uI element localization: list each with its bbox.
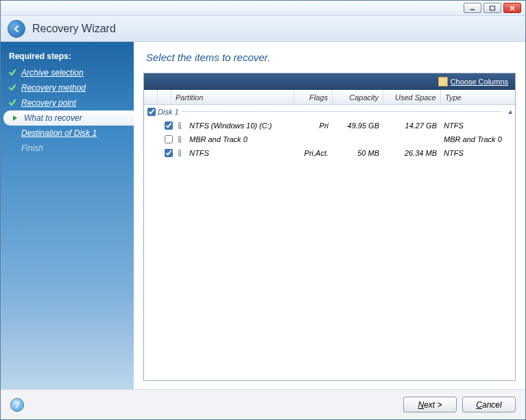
- main-panel: Select the items to recover. Choose Colu…: [134, 42, 525, 389]
- col-flags[interactable]: Flags: [294, 90, 333, 104]
- sidebar: Required steps: Archive selection Recove…: [1, 42, 134, 389]
- step-recovery-point[interactable]: Recovery point: [1, 95, 134, 110]
- col-capacity[interactable]: Capacity: [333, 90, 383, 104]
- collapse-icon[interactable]: ▴: [505, 107, 515, 116]
- choose-columns-link[interactable]: Choose Columns: [451, 78, 508, 86]
- col-type[interactable]: Type: [441, 90, 515, 104]
- sidebar-heading: Required steps:: [1, 49, 134, 65]
- check-icon: [8, 69, 17, 77]
- row-partition: MBR and Track 0: [185, 135, 294, 143]
- arrow-right-icon: [10, 114, 20, 122]
- check-icon: [8, 84, 17, 92]
- step-label: Recovery method: [21, 83, 86, 93]
- maximize-button[interactable]: [483, 3, 501, 13]
- step-finish: Finish: [1, 141, 134, 156]
- header: Recovery Wizard: [1, 16, 525, 42]
- row-used: 26.34 MB: [383, 149, 441, 157]
- row-checkbox[interactable]: [165, 121, 173, 130]
- check-icon: [8, 99, 17, 107]
- page-title: Select the items to recover.: [143, 51, 516, 63]
- cancel-button[interactable]: Cancel: [462, 397, 516, 412]
- step-archive-selection[interactable]: Archive selection: [1, 65, 134, 80]
- row-used: 14.27 GB: [383, 121, 441, 130]
- table-row[interactable]: NTFS Pri,Act. 50 MB 26.34 MB NTFS: [144, 146, 515, 160]
- cancel-label: Cancel: [476, 400, 501, 410]
- step-label: Recovery point: [21, 98, 76, 108]
- step-destination[interactable]: Destination of Disk 1: [1, 126, 134, 141]
- next-button[interactable]: Next >: [403, 397, 457, 412]
- help-button[interactable]: ?: [10, 398, 24, 412]
- step-recovery-method[interactable]: Recovery method: [1, 80, 134, 95]
- list-body: Disk 1 ▴ NTFS (Windows 10) (C:) Pri 49.9…: [144, 105, 515, 380]
- partition-list: Choose Columns Partition Flags Capacity …: [143, 73, 516, 381]
- row-capacity: 50 MB: [333, 149, 383, 157]
- row-type: NTFS: [441, 121, 515, 130]
- wizard-title: Recovery Wizard: [32, 23, 116, 35]
- back-button[interactable]: [8, 20, 25, 38]
- footer-buttons: Next > Cancel: [403, 397, 516, 412]
- table-row[interactable]: MBR and Track 0 MBR and Track 0: [144, 132, 515, 146]
- svg-rect-1: [490, 6, 495, 10]
- next-label: Next >: [418, 400, 442, 410]
- row-type: NTFS: [441, 149, 515, 157]
- row-type: MBR and Track 0: [441, 135, 515, 143]
- row-flags: Pri: [294, 121, 333, 130]
- close-button[interactable]: [503, 3, 521, 13]
- columns-icon: [438, 77, 448, 86]
- disk-label: Disk 1: [158, 108, 179, 116]
- wizard-window: Recovery Wizard Required steps: Archive …: [0, 0, 526, 420]
- footer: ? Next > Cancel: [1, 389, 525, 419]
- disk-group[interactable]: Disk 1 ▴: [144, 105, 515, 119]
- titlebar: [1, 1, 525, 16]
- disk-checkbox[interactable]: [147, 108, 156, 116]
- table-row[interactable]: NTFS (Windows 10) (C:) Pri 49.95 GB 14.2…: [144, 119, 515, 132]
- row-partition: NTFS (Windows 10) (C:): [185, 121, 294, 130]
- step-label: Destination of Disk 1: [21, 128, 97, 138]
- col-icon: [158, 90, 171, 104]
- col-partition[interactable]: Partition: [171, 90, 294, 104]
- step-what-to-recover[interactable]: What to recover: [3, 110, 134, 126]
- row-checkbox[interactable]: [165, 135, 173, 143]
- body: Required steps: Archive selection Recove…: [1, 42, 525, 389]
- col-used[interactable]: Used Space: [383, 90, 441, 104]
- minimize-button[interactable]: [464, 3, 481, 13]
- row-partition: NTFS: [185, 149, 294, 157]
- volume-icon: [178, 122, 181, 129]
- step-label: Archive selection: [21, 68, 84, 78]
- column-headers: Partition Flags Capacity Used Space Type: [144, 90, 515, 105]
- list-toolbar: Choose Columns: [144, 73, 515, 90]
- volume-icon: [178, 150, 181, 156]
- col-checkbox[interactable]: [144, 90, 158, 104]
- row-checkbox[interactable]: [165, 149, 173, 157]
- group-divider: [182, 111, 501, 112]
- row-flags: Pri,Act.: [294, 149, 333, 157]
- row-capacity: 49.95 GB: [333, 121, 383, 130]
- volume-icon: [178, 136, 181, 143]
- step-label: Finish: [21, 143, 43, 153]
- step-label: What to recover: [24, 113, 82, 123]
